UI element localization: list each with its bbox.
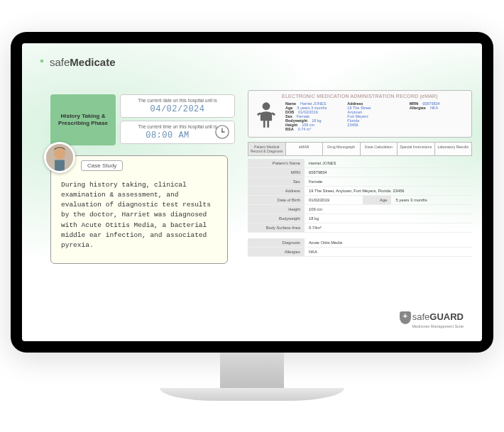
tab-dose-calc[interactable]: Dose Calculation [361, 142, 398, 156]
tab-lab-results[interactable]: Laboratory Results [435, 142, 473, 156]
svg-point-5 [54, 148, 65, 160]
phase-card: History Taking & Prescribing Phase [50, 94, 116, 145]
safeguard-logo: safeGUARD Medicines Management Suite [400, 311, 464, 328]
d-mrn-v: 65879834 [305, 167, 472, 177]
guard-sub: Medicines Management Suite [400, 324, 464, 328]
h-all-l: Allergies [410, 106, 426, 110]
logo-icon [40, 60, 48, 67]
d-age-v: 5 years 3 months [391, 195, 472, 204]
case-study-card: Case Study During history taking, clinic… [50, 155, 228, 265]
tab-special-instr[interactable]: Special Instructions [398, 142, 435, 156]
h-bsa-l: BSA [285, 127, 294, 131]
d-dx-v: Acute Otitis Media [305, 238, 472, 248]
d-bw-l: Bodyweight [248, 214, 305, 223]
diagnosis-table: DiagnosisAcute Otitis Media AllergiesNKA [248, 238, 472, 257]
app-logo: safeMedicate [40, 56, 116, 68]
d-bsa-l: Body Surface Area [248, 223, 305, 232]
h-addr5: 23456 [347, 123, 403, 127]
svg-line-9 [272, 113, 275, 115]
avatar [44, 142, 75, 173]
monitor-bezel: safeMedicate History Taking & Prescribin… [11, 32, 493, 353]
d-bw-v: 18 kg [305, 214, 472, 223]
case-study-tab: Case Study [81, 160, 123, 171]
screen: safeMedicate History Taking & Prescribin… [22, 43, 482, 341]
d-mrn-l: MRN [248, 167, 305, 177]
d-alg-v: NKA [305, 247, 472, 256]
d-ht-v: 109 cm [305, 204, 472, 214]
emar-panel: ELECTRONIC MEDICATION ADMINISTRATION REC… [248, 90, 472, 257]
tab-patient-record[interactable]: Patient Medical Record & Diagnosis [248, 142, 286, 156]
d-addr-l: Address [248, 186, 305, 195]
phase-title: History Taking & Prescribing Phase [55, 113, 111, 126]
d-ht-l: Height [248, 204, 305, 214]
d-dob-v: 01/02/2019 [305, 195, 363, 204]
svg-point-7 [263, 102, 270, 110]
tab-drug-monograph[interactable]: Drug Monograph [323, 142, 361, 156]
d-dob-l: Date of Birth [248, 195, 305, 204]
d-bsa-v: 0.74m² [305, 223, 472, 232]
logo-plain: safe [50, 56, 70, 68]
svg-line-8 [258, 113, 261, 115]
d-dx-l: Diagnosis [248, 238, 305, 248]
emar-title: ELECTRONIC MEDICATION ADMINISTRATION REC… [254, 94, 466, 99]
tab-emar[interactable]: eMAR [286, 142, 324, 156]
guard-bold: GUARD [429, 311, 464, 322]
monitor-stand-base [160, 388, 344, 401]
h-all-v: NKA [430, 106, 438, 110]
svg-point-3 [221, 131, 223, 133]
patient-detail-table: Patient's NameHarriet JONES MRN65879834 … [248, 159, 472, 233]
person-icon [254, 101, 278, 128]
d-sex-v: Female [305, 177, 472, 186]
d-alg-l: Allergies [248, 247, 305, 256]
date-box: The current date on this hospital unit i… [120, 94, 235, 118]
d-pname-v: Harriet JONES [305, 159, 472, 168]
case-study-text: During history taking, clinical examinat… [61, 180, 217, 251]
date-value: 04/02/2024 [125, 104, 230, 114]
d-sex-l: Sex [248, 177, 305, 186]
h-bsa-v: 0.74 m² [298, 127, 312, 131]
date-label: The current date on this hospital unit i… [125, 98, 230, 103]
monitor-stand-neck [220, 353, 284, 388]
d-pname-l: Patient's Name [248, 159, 305, 168]
d-age-l: Age [363, 195, 391, 204]
guard-plain: safe [412, 311, 430, 322]
h-addr-l: Address [347, 101, 363, 106]
clock-icon [214, 124, 230, 140]
svg-rect-6 [55, 160, 65, 171]
logo-bold: Medicate [70, 56, 115, 68]
d-addr-v: 19 The Street, Anytown, Fort Meyers, Flo… [305, 186, 472, 195]
shield-icon [400, 311, 411, 324]
time-box: The current time on this hospital unit i… [120, 121, 235, 144]
emar-tabs: Patient Medical Record & Diagnosis eMAR … [248, 142, 472, 156]
